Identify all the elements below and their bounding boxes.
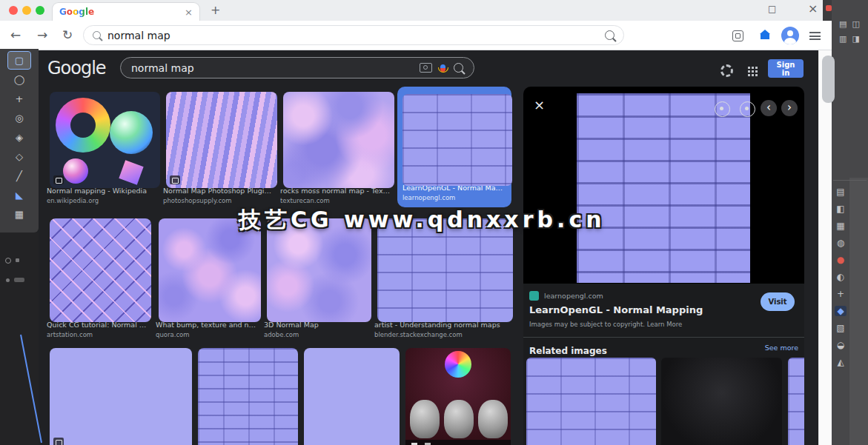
head-sculpt xyxy=(478,400,508,438)
add-panel-icon[interactable]: + xyxy=(837,289,844,299)
reload-button[interactable]: ↻ xyxy=(62,27,73,42)
preview-image[interactable] xyxy=(577,93,750,283)
line-tool[interactable]: ╱ xyxy=(8,167,30,184)
target-tool[interactable]: ◎ xyxy=(8,110,30,127)
menu-icon[interactable] xyxy=(809,32,821,41)
record-panel-icon[interactable]: ● xyxy=(837,255,844,265)
see-more-link[interactable]: See more xyxy=(765,344,798,352)
google-logo[interactable]: Google xyxy=(47,58,106,78)
image-result[interactable] xyxy=(301,343,397,445)
apps-grid-icon[interactable] xyxy=(747,66,758,77)
mic-icon[interactable] xyxy=(440,64,445,72)
browser-titlebar: Google × + □ × xyxy=(0,0,823,21)
move-tool[interactable]: + xyxy=(8,90,30,107)
image-result[interactable]: Quick CG tutorial: Normal maps artstatio… xyxy=(47,213,148,338)
scrollbar-thumb[interactable] xyxy=(822,56,835,103)
panel-top-icon[interactable]: ◨ xyxy=(852,34,860,44)
result-thumbnail[interactable] xyxy=(402,94,512,186)
panel-top-icon[interactable]: ▤ xyxy=(839,19,847,29)
panel-top-icon[interactable]: ◫ xyxy=(852,19,860,29)
image-result[interactable]: Normal mapping - Wikipedia en.wikipedia.… xyxy=(47,87,157,204)
layers-panel-icon[interactable]: ▤ xyxy=(836,187,844,197)
grid-panel-icon[interactable]: ▦ xyxy=(836,221,844,231)
result-thumbnail[interactable] xyxy=(166,92,277,188)
next-image-button[interactable]: › xyxy=(781,100,798,116)
profile-avatar[interactable] xyxy=(781,27,799,44)
forward-button[interactable]: → xyxy=(37,27,47,42)
channels-panel-icon[interactable]: ◧ xyxy=(836,204,844,214)
result-domain: texturecan.com xyxy=(280,197,391,204)
panel-dock xyxy=(849,178,868,445)
result-thumbnail[interactable] xyxy=(283,92,394,188)
image-result[interactable] xyxy=(402,343,508,445)
search-icon[interactable] xyxy=(454,63,463,73)
maximize-button[interactable]: □ xyxy=(768,4,776,14)
related-image[interactable] xyxy=(788,358,804,445)
browser-tab[interactable]: Google × xyxy=(52,2,200,21)
result-domain: adobe.com xyxy=(264,331,368,338)
image-search-icon[interactable] xyxy=(420,63,432,73)
result-thumbnail[interactable] xyxy=(405,348,511,445)
pattern-panel-icon[interactable]: ▧ xyxy=(836,323,844,333)
result-domain: en.wikipedia.org xyxy=(47,197,157,204)
stamp-tool[interactable]: ◈ xyxy=(8,129,30,146)
scrollbar[interactable] xyxy=(818,50,832,445)
result-thumbnail[interactable] xyxy=(50,92,160,188)
search-box[interactable]: normal map xyxy=(120,57,474,78)
image-result-selected[interactable]: LearnOpenGL - Normal Mapping learnopengl… xyxy=(397,87,511,207)
result-domain: quora.com xyxy=(156,331,258,338)
new-tab-button[interactable]: + xyxy=(211,3,220,17)
result-thumbnail[interactable] xyxy=(304,348,400,445)
extensions-icon[interactable] xyxy=(732,30,743,41)
history-panel-icon[interactable]: ◭ xyxy=(837,357,844,367)
mac-close-button[interactable] xyxy=(9,6,18,15)
tab-close-icon[interactable]: × xyxy=(185,7,193,17)
result-thumbnail[interactable] xyxy=(50,348,192,445)
preview-stage: × ‹ › xyxy=(523,87,804,284)
related-image[interactable] xyxy=(526,358,656,445)
image-result[interactable]: rocks moss normal map - Textures texture… xyxy=(280,87,391,204)
image-result[interactable] xyxy=(47,343,189,445)
color-panel-icon[interactable]: ◍ xyxy=(837,238,844,248)
prev-image-button[interactable]: ‹ xyxy=(761,100,777,116)
close-icon[interactable]: × xyxy=(534,97,545,113)
marquee-tool[interactable]: ▢ xyxy=(8,52,30,69)
ellipse-tool[interactable]: ◯ xyxy=(8,71,30,88)
panel-mini-icon xyxy=(5,258,11,264)
crop-tool[interactable]: ▦ xyxy=(8,206,30,223)
preview-title[interactable]: LearnOpenGL - Normal Mapping xyxy=(529,304,752,315)
share-icon[interactable] xyxy=(740,101,755,117)
adjust-panel-icon[interactable]: ◐ xyxy=(837,272,844,282)
collection-badge-icon xyxy=(170,175,180,184)
window-close-button[interactable]: × xyxy=(808,1,818,16)
panel-icon-column: ▤ ◧ ▦ ◍ ● ◐ + ◆ ▧ ◒ ◭ xyxy=(832,187,849,367)
mac-minimize-button[interactable] xyxy=(22,6,31,15)
shape-tool[interactable]: ◇ xyxy=(8,148,30,165)
image-result[interactable]: Normal Map Photoshop Plugin Tool photosh… xyxy=(163,87,274,204)
signin-button[interactable]: Sign in xyxy=(768,59,804,78)
home-button[interactable] xyxy=(761,34,769,39)
screen: ▤ ◫ ▥ ◨ ▤ ◧ ▦ ◍ ● ◐ + ◆ ▧ ◒ ◭ Google × + xyxy=(0,0,868,445)
visit-button[interactable]: Visit xyxy=(761,292,795,311)
result-thumbnail[interactable] xyxy=(50,218,151,322)
result-thumbnail[interactable] xyxy=(198,348,298,445)
image-result[interactable] xyxy=(195,343,295,445)
head-sculpt xyxy=(410,400,440,438)
site-domain[interactable]: learnopengl.com xyxy=(544,292,603,300)
panel-top-icon[interactable]: ▥ xyxy=(839,34,847,44)
level-tool[interactable]: ◣ xyxy=(8,187,30,204)
settings-gear-icon[interactable] xyxy=(720,64,733,77)
brush-tool-icon[interactable]: ◆ xyxy=(835,306,846,316)
search-icon xyxy=(93,31,101,39)
cube-render xyxy=(119,160,143,184)
panel-top-icons: ▤ ◫ ▥ ◨ xyxy=(833,19,866,44)
search-icon[interactable] xyxy=(605,30,614,40)
result-domain: artstation.com xyxy=(47,331,148,338)
related-image[interactable] xyxy=(661,358,782,445)
back-button[interactable]: ← xyxy=(10,27,21,42)
address-bar[interactable]: normal map xyxy=(83,25,624,45)
save-icon[interactable] xyxy=(715,101,730,117)
mask-panel-icon[interactable]: ◒ xyxy=(837,340,844,350)
mac-zoom-button[interactable] xyxy=(36,6,44,15)
google-images-page: Google normal map Sign in Normal mapping… xyxy=(39,50,818,445)
